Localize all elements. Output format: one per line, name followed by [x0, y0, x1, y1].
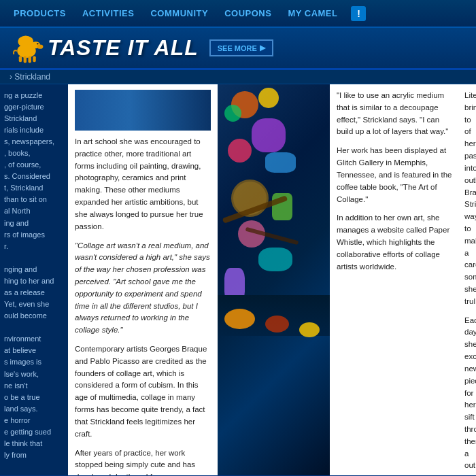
- left-text-2: nging andhing to her andas a releaseYet,…: [4, 264, 64, 322]
- breadcrumb: › Strickland: [0, 70, 476, 84]
- right-paragraph-1: Literally bringing toof her passions int…: [464, 90, 471, 308]
- svg-rect-3: [31, 42, 37, 48]
- svg-rect-7: [24, 56, 27, 63]
- center-left-column: In art school she was encouraged to prac…: [68, 84, 218, 475]
- article-paragraph-2: "Collage art wasn't a real medium, and w…: [75, 240, 211, 337]
- nav-item-coupons[interactable]: COUPONS: [216, 8, 279, 18]
- svg-rect-6: [19, 56, 22, 62]
- svg-rect-8: [29, 56, 31, 63]
- right-paragraph-2: Each day she's excinew pieces for hersif…: [464, 315, 471, 475]
- nav-item-mycamel[interactable]: MY CAMEL: [279, 8, 345, 18]
- left-column: ng a puzzlegger-pictureStricklandrials i…: [0, 84, 68, 475]
- center-right-paragraph-1: "I like to use an acrylic medium that is…: [337, 90, 452, 138]
- nav-item-activities[interactable]: ACTIVITIES: [74, 8, 143, 18]
- page-title: TASTE IT ALL: [48, 35, 199, 61]
- article-top-image: [75, 90, 211, 131]
- navigation-bar: PRODUCTS ACTIVITIES COMMUNITY COUPONS MY…: [0, 0, 476, 28]
- collage-artwork: [218, 84, 330, 475]
- article-paragraph-4: After years of practice, her work stoppe…: [75, 447, 211, 476]
- content-area: ng a puzzlegger-pictureStricklandrials i…: [0, 84, 476, 475]
- left-text-3: nvironmentat believes images islse's wor…: [4, 333, 64, 461]
- svg-point-5: [37, 43, 39, 45]
- nav-item-community[interactable]: COMMUNITY: [142, 8, 216, 18]
- article-paragraph-3: Contemporary artists Georges Braque and …: [75, 343, 211, 441]
- header-band: TASTE IT ALL SEE MORE ▶: [0, 28, 476, 70]
- center-right-paragraph-3: In addition to her own art, she manages …: [337, 212, 452, 273]
- article-paragraph-1: In art school she was encouraged to prac…: [75, 136, 211, 233]
- center-image-column: [218, 84, 330, 475]
- right-column: Literally bringing toof her passions int…: [459, 84, 476, 475]
- nav-item-products[interactable]: PRODUCTS: [5, 8, 74, 18]
- notification-button[interactable]: !: [351, 6, 366, 21]
- center-right-paragraph-2: Her work has been displayed at Glitch Ga…: [337, 145, 452, 205]
- camel-icon: [10, 33, 44, 63]
- left-text: ng a puzzlegger-pictureStricklandrials i…: [4, 90, 64, 252]
- svg-rect-9: [33, 56, 35, 62]
- svg-point-4: [37, 45, 44, 49]
- center-right-column: "I like to use an acrylic medium that is…: [330, 84, 459, 475]
- see-more-button[interactable]: SEE MORE ▶: [209, 39, 273, 56]
